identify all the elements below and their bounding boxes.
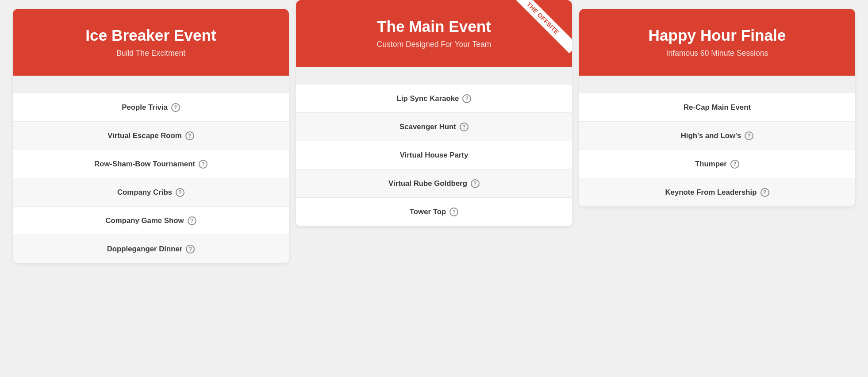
item-content: Scavenger Hunt? [399, 123, 469, 131]
item-content: Virtual House Party [400, 151, 469, 160]
item-label: Virtual Escape Room [108, 131, 182, 140]
list-item: Scavenger Hunt? [296, 113, 572, 141]
item-label: Lip Sync Karaoke [397, 94, 459, 103]
item-label: Tower Top [410, 208, 446, 216]
list-item: Thumper? [579, 150, 855, 178]
item-content: Keynote From Leadership? [665, 188, 769, 197]
item-content: Virtual Rube Goldberg? [388, 179, 480, 188]
help-icon[interactable]: ? [462, 94, 471, 103]
item-label: Re-Cap Main Event [684, 103, 751, 112]
list-item: Row-Sham-Bow Tournament? [13, 150, 289, 178]
column-title-happy-hour: Happy Hour Finale [592, 27, 842, 44]
column-happy-hour: Happy Hour FinaleInfamous 60 Minute Sess… [579, 9, 855, 207]
column-header-main-event: The Main EventCustom Designed For Your T… [296, 0, 572, 67]
item-label: Thumper [695, 160, 727, 169]
help-icon[interactable]: ? [176, 188, 184, 197]
column-subtitle-ice-breaker: Build The Excitment [26, 49, 276, 58]
item-content: Doppleganger Dinner? [107, 245, 195, 254]
column-items-main-event: Lip Sync Karaoke?Scavenger Hunt?Virtual … [296, 67, 572, 226]
item-content: Re-Cap Main Event [684, 103, 751, 112]
help-icon[interactable]: ? [471, 179, 480, 188]
column-subtitle-happy-hour: Infamous 60 Minute Sessions [592, 49, 842, 58]
item-content: Lip Sync Karaoke? [397, 94, 472, 103]
item-content: People Trivia? [122, 103, 180, 112]
column-header-ice-breaker: Ice Breaker EventBuild The Excitment [13, 9, 289, 76]
item-label: Company Game Show [105, 216, 184, 225]
item-content: Company Game Show? [105, 216, 196, 225]
help-icon[interactable]: ? [188, 216, 196, 225]
list-item: People Trivia? [13, 93, 289, 122]
help-icon[interactable]: ? [171, 103, 180, 112]
help-icon[interactable]: ? [760, 188, 769, 197]
item-label: Keynote From Leadership [665, 188, 757, 197]
spacer-row [579, 76, 855, 93]
item-content: Virtual Escape Room? [108, 131, 194, 140]
list-item: Lip Sync Karaoke? [296, 85, 572, 113]
item-label: Row-Sham-Bow Tournament [94, 160, 195, 169]
list-item: High's and Low's? [579, 122, 855, 150]
list-item: Company Game Show? [13, 207, 289, 235]
list-item: Virtual Rube Goldberg? [296, 169, 572, 198]
item-label: People Trivia [122, 103, 168, 112]
column-ice-breaker: Ice Breaker EventBuild The ExcitmentPeop… [13, 9, 289, 263]
column-main-event: The Main EventCustom Designed For Your T… [296, 0, 572, 226]
offsite-badge: THE OFFSITE [515, 0, 572, 58]
item-content: Tower Top? [410, 208, 458, 216]
item-content: Thumper? [695, 160, 739, 169]
item-label: Scavenger Hunt [399, 123, 456, 131]
item-content: High's and Low's? [681, 131, 754, 140]
column-title-ice-breaker: Ice Breaker Event [26, 27, 276, 44]
help-icon[interactable]: ? [186, 245, 195, 254]
list-item: Company Cribs? [13, 178, 289, 207]
item-label: Virtual House Party [400, 151, 469, 160]
item-label: Virtual Rube Goldberg [388, 179, 467, 188]
column-items-happy-hour: Re-Cap Main EventHigh's and Low's?Thumpe… [579, 76, 855, 207]
list-item: Doppleganger Dinner? [13, 235, 289, 263]
list-item: Virtual House Party [296, 141, 572, 169]
column-items-ice-breaker: People Trivia?Virtual Escape Room?Row-Sh… [13, 76, 289, 263]
spacer-row [296, 67, 572, 85]
item-label: Company Cribs [117, 188, 172, 197]
help-icon[interactable]: ? [199, 160, 207, 169]
pricing-table: Ice Breaker EventBuild The ExcitmentPeop… [9, 9, 859, 263]
help-icon[interactable]: ? [745, 131, 753, 140]
list-item: Keynote From Leadership? [579, 178, 855, 207]
help-icon[interactable]: ? [730, 160, 739, 169]
item-label: High's and Low's [681, 131, 741, 140]
help-icon[interactable]: ? [449, 208, 458, 216]
item-content: Row-Sham-Bow Tournament? [94, 160, 207, 169]
list-item: Tower Top? [296, 198, 572, 226]
list-item: Re-Cap Main Event [579, 93, 855, 122]
offsite-badge-text: THE OFFSITE [515, 0, 572, 53]
column-header-happy-hour: Happy Hour FinaleInfamous 60 Minute Sess… [579, 9, 855, 76]
help-icon[interactable]: ? [185, 131, 194, 140]
spacer-row [13, 76, 289, 93]
list-item: Virtual Escape Room? [13, 122, 289, 150]
help-icon[interactable]: ? [460, 123, 469, 131]
item-content: Company Cribs? [117, 188, 184, 197]
item-label: Doppleganger Dinner [107, 245, 183, 254]
